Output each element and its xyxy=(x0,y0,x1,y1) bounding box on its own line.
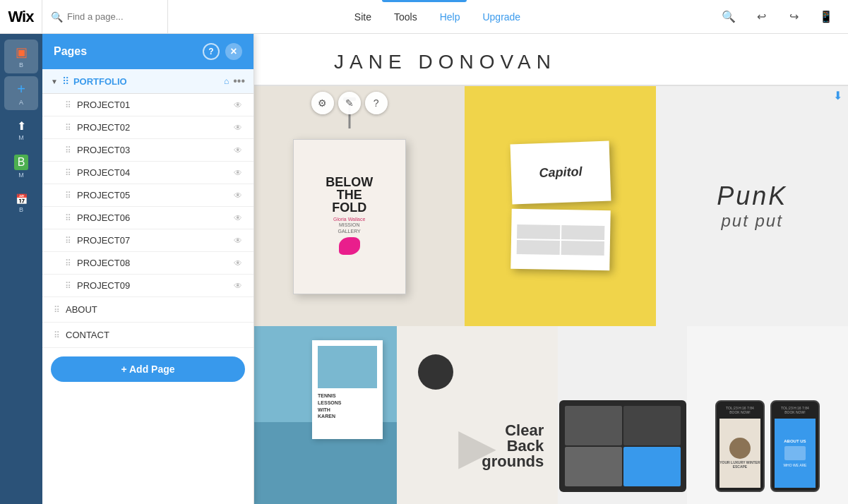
brochure-img xyxy=(318,346,377,388)
sidebar-item-app[interactable]: B M xyxy=(4,150,38,184)
biz-card-2 xyxy=(510,209,610,270)
project-name: PROJECT08 xyxy=(77,258,228,268)
home-icon: ⌂ xyxy=(224,76,229,86)
media-icon: ⬆ xyxy=(17,119,26,133)
visibility-icon[interactable]: 👁 xyxy=(234,168,242,178)
add-page-button[interactable]: + Add Page xyxy=(51,356,245,382)
drag-handle-icon: ⠿ xyxy=(65,191,71,200)
drag-handle-icon: ⠿ xyxy=(54,305,60,315)
drag-handle-icon: ⠿ xyxy=(65,213,71,223)
phone-screen-2: ABOUT US WHO WE ARE xyxy=(775,419,816,488)
visibility-icon[interactable]: 👁 xyxy=(234,123,242,133)
project-item-05[interactable]: ⠿ PROJECT05 👁 xyxy=(42,184,253,207)
download-icon[interactable]: ⬇ xyxy=(833,89,842,102)
phone-text-about: ABOUT US xyxy=(784,439,806,443)
nav-help[interactable]: Help xyxy=(440,11,460,23)
visibility-icon[interactable]: 👁 xyxy=(234,281,242,291)
sidebar-item-pages[interactable]: ▣ B xyxy=(4,40,38,73)
panel-help-button[interactable]: ? xyxy=(203,43,220,60)
visibility-icon[interactable]: 👁 xyxy=(234,236,242,246)
project-item-06[interactable]: ⠿ PROJECT06 👁 xyxy=(42,207,253,229)
biz-card-text: Capitol xyxy=(539,164,583,181)
overlay-controls: ⚙ ✎ ? xyxy=(311,92,388,114)
visibility-icon[interactable]: 👁 xyxy=(234,100,242,110)
visibility-icon[interactable]: 👁 xyxy=(234,145,242,155)
panel-title: Pages xyxy=(54,45,87,58)
dark-circle-1 xyxy=(418,354,453,390)
booking-icon: 📅 xyxy=(16,193,28,205)
mobile-view-button[interactable]: 📱 xyxy=(816,6,837,28)
project-item-03[interactable]: ⠿ PROJECT03 👁 xyxy=(42,139,253,162)
about-page-label: ABOUT xyxy=(66,304,242,315)
phone-screen-1: YOUR LUXURY WINTER ESCAPE xyxy=(719,419,760,488)
visibility-icon[interactable]: 👁 xyxy=(234,191,242,200)
project-item-08[interactable]: ⠿ PROJECT08 👁 xyxy=(42,252,253,275)
clear-bg-content: ▶ Clear Back grounds xyxy=(397,326,558,504)
visibility-icon[interactable]: 👁 xyxy=(234,213,242,223)
poster-text-fold: FOLD xyxy=(326,201,373,214)
visibility-icon[interactable]: 👁 xyxy=(234,258,242,268)
page-list: ▼ ⠿ PORTFOLIO ⌂ ••• ⠿ PROJECT01 👁 ⠿ PROJ… xyxy=(42,69,253,348)
portfolio-label: PORTFOLIO xyxy=(73,76,220,87)
nav-site[interactable]: Site xyxy=(354,11,371,23)
panel-close-button[interactable]: × xyxy=(225,43,242,60)
page-item-contact[interactable]: ⠿ CONTACT xyxy=(42,323,253,348)
project-name: PROJECT03 xyxy=(77,145,228,155)
drag-handle-icon: ⠿ xyxy=(65,168,71,178)
project-item-07[interactable]: ⠿ PROJECT07 👁 xyxy=(42,229,253,252)
search-input[interactable] xyxy=(67,11,159,22)
project-name: PROJECT09 xyxy=(77,280,228,291)
redo-button[interactable]: ↪ xyxy=(783,6,804,28)
sidebar-media-label: M xyxy=(18,134,24,141)
sidebar-item-media[interactable]: ⬆ M xyxy=(4,113,38,147)
zoom-button[interactable]: 🔍 xyxy=(718,6,739,28)
bc-img-4 xyxy=(561,241,604,256)
grid-cell-clear-bg: ▶ Clear Back grounds xyxy=(397,326,558,504)
project-name: PROJECT01 xyxy=(77,100,228,110)
undo-button[interactable]: ↩ xyxy=(751,6,772,28)
tablet-frame xyxy=(559,400,686,492)
phone-mockup-1: TOL:23 H:16 7:84BOOK NOW! YOUR LUXURY WI… xyxy=(715,400,765,492)
phone-who-text: WHO WE ARE xyxy=(783,463,806,467)
nav-tools[interactable]: Tools xyxy=(394,11,417,23)
drag-handle-icon: ⠿ xyxy=(65,123,71,133)
settings-button[interactable]: ⚙ xyxy=(311,92,334,114)
capitol-content: Capitol xyxy=(465,86,657,326)
sidebar-item-booking[interactable]: 📅 B xyxy=(4,186,38,220)
pages-icon: ▣ xyxy=(16,44,28,60)
portfolio-more-button[interactable]: ••• xyxy=(233,75,245,88)
portfolio-header[interactable]: ▼ ⠿ PORTFOLIO ⌂ ••• xyxy=(42,69,253,94)
project-item-02[interactable]: ⠿ PROJECT02 👁 xyxy=(42,116,253,139)
drag-handle-icon: ⠿ xyxy=(54,330,60,340)
grid-cell-phones: TOL:23 H:16 7:84BOOK NOW! YOUR LUXURY WI… xyxy=(687,326,848,504)
phone-status-bar-1: TOL:23 H:16 7:84BOOK NOW! xyxy=(726,404,754,416)
search-icon: 🔍 xyxy=(51,11,63,23)
biz-card-1: Capitol xyxy=(510,141,611,205)
tablet-thumb-1 xyxy=(565,406,622,445)
nav-upgrade[interactable]: Upgrade xyxy=(482,11,520,23)
bc-img-3 xyxy=(516,239,559,254)
page-item-about[interactable]: ⠿ ABOUT xyxy=(42,297,253,323)
pages-panel: Pages ? × ▼ ⠿ PORTFOLIO ⌂ ••• ⠿ PROJECT0… xyxy=(42,34,254,504)
project-item-09[interactable]: ⠿ PROJECT09 👁 xyxy=(42,275,253,297)
app-icon: B xyxy=(14,155,29,170)
collapse-arrow-icon: ▼ xyxy=(51,78,58,85)
tablet-thumb-4 xyxy=(623,447,681,486)
help-button[interactable]: ? xyxy=(365,92,388,114)
sidebar-item-add[interactable]: + A xyxy=(4,76,38,110)
project-item-01[interactable]: ⠿ PROJECT01 👁 xyxy=(42,94,253,116)
drag-handle-icon: ⠿ xyxy=(65,281,71,291)
edit-button[interactable]: ✎ xyxy=(338,92,361,114)
grid-cell-tablet xyxy=(558,326,687,504)
drag-icon: ⠿ xyxy=(62,76,69,87)
drag-handle-icon: ⠿ xyxy=(65,258,71,268)
sidebar-add-label: A xyxy=(19,99,23,106)
hotel-logo xyxy=(729,438,751,459)
project-name: PROJECT05 xyxy=(77,190,228,200)
clear-bg-text: Clear Back grounds xyxy=(482,423,544,469)
bc-img-1 xyxy=(517,224,560,239)
project-item-04[interactable]: ⠿ PROJECT04 👁 xyxy=(42,162,253,184)
project-name: PROJECT07 xyxy=(77,235,228,246)
grid-cell-poster: ⚙ ✎ ? BELOW THE FOLD Gloria Wallace xyxy=(234,86,465,326)
phone-who-we-are xyxy=(784,446,806,460)
